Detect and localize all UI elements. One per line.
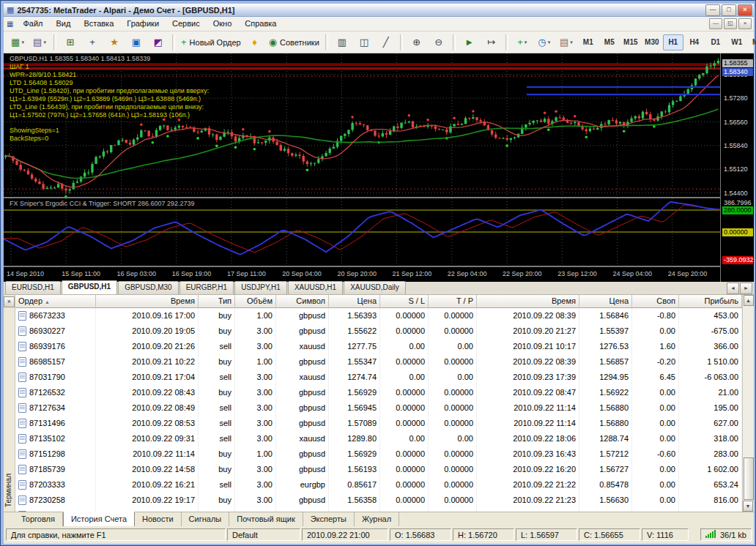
- maximize-button[interactable]: □: [722, 4, 736, 16]
- timeframe-M15[interactable]: M15: [620, 34, 641, 51]
- menu-item-6[interactable]: Справка: [238, 17, 283, 31]
- terminal-tab-account-history[interactable]: История Счета: [63, 512, 135, 527]
- terminal-tab-journal[interactable]: Журнал: [355, 512, 399, 526]
- timeframe-H4[interactable]: H4: [684, 34, 705, 51]
- tab-scroll-left-icon[interactable]: ◄: [727, 283, 739, 294]
- terminal-tab-experts[interactable]: Эксперты: [303, 512, 355, 526]
- chart-tab-EURGBP-H1[interactable]: EURGBP,H1: [179, 281, 234, 294]
- history-row[interactable]: 871512982010.09.22 11:14buy1.00gbpusd1.5…: [15, 446, 742, 462]
- cell-sl: 0.00: [380, 431, 429, 446]
- zoom-out-button[interactable]: ⊖: [429, 34, 449, 51]
- chart-tab-USDJPY-H1[interactable]: USDJPY,H1: [234, 281, 287, 294]
- indicator-svg[interactable]: [4, 198, 720, 266]
- column-header-sl[interactable]: S / L: [380, 295, 429, 308]
- market-watch-button[interactable]: ⊞: [60, 34, 81, 51]
- indicators-icon: +: [517, 34, 523, 51]
- chart-tab-GBPUSD-H1[interactable]: GBPUSD,H1: [62, 280, 117, 294]
- menu-item-5[interactable]: Окно: [207, 17, 239, 31]
- history-row[interactable]: 871265322010.09.22 08:43buy3.00gbpusd1.5…: [15, 385, 742, 400]
- chart-shift-button[interactable]: ↦: [481, 34, 502, 51]
- timeframe-H1[interactable]: H1: [663, 34, 683, 51]
- terminal-tab-signals[interactable]: Сигналы: [182, 512, 230, 526]
- scroll-up-icon[interactable]: ▲: [744, 295, 754, 306]
- data-window-button[interactable]: +: [82, 34, 103, 51]
- new-chart-button[interactable]: ▦▾: [7, 34, 28, 51]
- history-row[interactable]: 871276342010.09.22 08:49sell3.00gbpusd1.…: [15, 400, 742, 416]
- terminal-scrollbar[interactable]: ▲ ▼: [742, 295, 754, 512]
- chart-area[interactable]: GBPUSD,H1 1.58355 1.58340 1.58413 1.5833…: [4, 53, 754, 282]
- scroll-down-icon[interactable]: ▼: [743, 501, 753, 512]
- auto-scroll-icon: ►: [464, 34, 474, 51]
- terminal-tab-mailbox[interactable]: Почтовый ящик: [229, 512, 303, 526]
- order-doc-icon: [18, 326, 26, 336]
- expert-advisors-button[interactable]: ◉Советники: [267, 34, 322, 51]
- column-header-swap[interactable]: Своп: [632, 295, 679, 308]
- time-axis[interactable]: 14 Sep 201015 Sep 11:0016 Sep 03:0016 Se…: [4, 267, 720, 282]
- cell-profit: 1 510.00: [679, 354, 742, 370]
- candlestick-chart-button[interactable]: ◫: [354, 34, 374, 51]
- history-row[interactable]: 871351022010.09.22 09:31sell3.00xauusd12…: [15, 431, 742, 446]
- chart-tab-XAUUSD-H1[interactable]: XAUUSD,H1: [288, 281, 343, 294]
- new-order-button[interactable]: +Новый Ордер: [179, 34, 243, 51]
- metaeditor-button[interactable]: ♦: [245, 34, 265, 51]
- chart-tab-GBPUSD-M30[interactable]: GBPUSD,M30: [118, 281, 178, 294]
- terminal-tab-news[interactable]: Новости: [135, 512, 182, 526]
- price-scale[interactable]: 1.580001.572801.565601.558401.551201.544…: [720, 53, 754, 282]
- minimize-button[interactable]: —: [705, 4, 720, 16]
- terminal-window-button[interactable]: ▣: [126, 34, 147, 51]
- timeframe-D1[interactable]: D1: [705, 34, 726, 51]
- bar-chart-button[interactable]: ▥: [332, 34, 352, 51]
- column-header-tp[interactable]: T / P: [429, 295, 477, 308]
- zoom-in-button[interactable]: ⊕: [407, 34, 427, 51]
- new-order-label: Новый Ордер: [190, 38, 241, 47]
- tab-scroll-right-icon[interactable]: ►: [740, 283, 752, 294]
- scrollbar-thumb[interactable]: [744, 457, 754, 500]
- close-button[interactable]: ×: [738, 4, 752, 16]
- history-row[interactable]: 870317902010.09.21 17:04sell3.00xauusd12…: [15, 370, 742, 385]
- strategy-tester-button[interactable]: ◩: [148, 34, 168, 51]
- cell-open_price: 1.56393: [329, 308, 380, 324]
- history-row[interactable]: 872302582010.09.22 19:17buy3.00gbpusd1.5…: [15, 493, 742, 508]
- column-header-close_time[interactable]: Время: [477, 295, 579, 308]
- column-header-volume[interactable]: Объём: [235, 295, 276, 308]
- terminal-tab-trade[interactable]: Торговля: [14, 512, 63, 526]
- indicators-button[interactable]: +▾: [512, 34, 533, 51]
- terminal-window-icon: ▣: [132, 34, 141, 51]
- profiles-button[interactable]: ▤▾: [29, 34, 50, 51]
- menu-item-1[interactable]: Вид: [50, 17, 78, 31]
- column-header-open_time[interactable]: Время: [96, 295, 199, 308]
- templates-button[interactable]: ▤▾: [556, 34, 577, 51]
- timeframe-MN[interactable]: MN: [748, 34, 756, 51]
- menu-item-3[interactable]: Графики: [120, 17, 166, 31]
- mdi-minimize-button[interactable]: —: [709, 18, 722, 29]
- timeframe-W1[interactable]: W1: [727, 34, 747, 51]
- timeframe-M5[interactable]: M5: [599, 34, 620, 51]
- periods-button[interactable]: ◷▾: [534, 34, 555, 51]
- column-header-profit[interactable]: Прибыль: [679, 295, 742, 308]
- history-row[interactable]: 866732332010.09.16 17:00buy1.00gbpusd1.5…: [15, 308, 742, 324]
- chart-tab-XAUUSD-Daily[interactable]: XAUUSD,Daily: [344, 281, 406, 294]
- column-header-symbol[interactable]: Символ: [276, 295, 329, 308]
- chart-tab-EURUSD-H1[interactable]: EURUSD,H1: [5, 281, 61, 294]
- mdi-restore-button[interactable]: ◱: [724, 18, 737, 29]
- column-header-order[interactable]: Ордер▲: [15, 295, 96, 308]
- history-row[interactable]: 872033332010.09.22 16:21sell3.00eurgbp0.…: [15, 477, 742, 493]
- column-header-type[interactable]: Тип: [199, 295, 235, 308]
- terminal-close-button[interactable]: ×: [4, 296, 15, 307]
- timeframe-M1[interactable]: M1: [578, 34, 598, 51]
- history-row[interactable]: 869302272010.09.20 19:05buy3.00gbpusd1.5…: [15, 324, 742, 339]
- column-header-open_price[interactable]: Цена: [329, 295, 380, 308]
- column-header-close_price[interactable]: Цена: [579, 295, 632, 308]
- navigator-button[interactable]: ★: [104, 34, 125, 51]
- mdi-close-button[interactable]: ×: [738, 18, 752, 29]
- history-row[interactable]: 871857392010.09.22 14:58buy3.00gbpusd1.5…: [15, 462, 742, 477]
- auto-scroll-button[interactable]: ►: [459, 34, 480, 51]
- history-row[interactable]: 871314962010.09.22 08:53sell3.00gbpusd1.…: [15, 416, 742, 431]
- history-row[interactable]: 869391762010.09.20 21:26sell3.00xauusd12…: [15, 339, 742, 354]
- history-row[interactable]: 869851572010.09.21 10:22buy1.00gbpusd1.5…: [15, 354, 742, 370]
- timeframe-M30[interactable]: M30: [642, 34, 662, 51]
- menu-item-0[interactable]: Файл: [16, 17, 49, 31]
- menu-item-2[interactable]: Вставка: [77, 17, 120, 31]
- line-chart-button[interactable]: ╱: [376, 34, 396, 51]
- menu-item-4[interactable]: Сервис: [166, 17, 207, 31]
